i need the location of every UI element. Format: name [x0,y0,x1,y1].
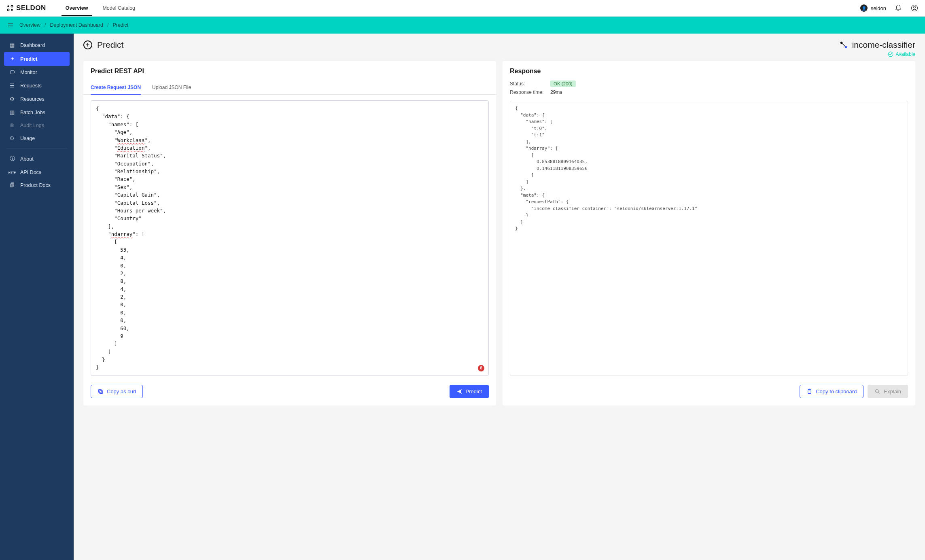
notifications-icon[interactable] [894,4,902,12]
user-name: seldon [871,5,886,11]
predict-panel-tabs: Create Request JSON Upload JSON File [83,81,496,95]
user-avatar-icon: 👤 [860,4,868,12]
sidebar-item-product-docs[interactable]: 🗐 Product Docs [4,179,70,192]
breadcrumb-deployment-dashboard[interactable]: Deployment Dashboard [50,22,103,28]
response-time-value: 29ms [550,89,562,95]
sidebar-item-dashboard[interactable]: ▦ Dashboard [4,38,70,52]
predict-panel-title: Predict REST API [91,68,489,75]
model-name: income-classifier [839,40,915,50]
check-circle-icon [888,51,893,57]
svg-rect-14 [99,389,102,392]
page-plus-icon: + [83,40,92,49]
gear-icon: ⚙ [9,96,15,102]
sidebar-item-about[interactable]: ⓘ About [4,152,70,166]
doc-icon: 🗎 [9,123,15,128]
tab-overview[interactable]: Overview [66,0,88,16]
breadcrumb-overview[interactable]: Overview [19,22,40,28]
monitor-icon: 🖵 [9,70,15,75]
sidebar-item-requests[interactable]: ☰ Requests [4,79,70,92]
sidebar-item-predict[interactable]: ＋ Predict [4,52,70,66]
top-nav: Overview Model Catalog [66,0,135,16]
main-content: + Predict income-classifier Available Pr… [74,34,925,560]
tab-upload-json-file[interactable]: Upload JSON File [152,81,191,94]
sidebar-item-usage[interactable]: ⏲ Usage [4,132,70,145]
svg-rect-13 [100,390,103,394]
info-icon: ⓘ [9,155,15,162]
hamburger-icon[interactable] [6,21,15,29]
clipboard-icon [806,388,813,395]
copy-to-clipboard-button[interactable]: Copy to clipboard [800,385,863,398]
predict-panel: Predict REST API Create Request JSON Upl… [83,61,496,405]
tab-create-request-json[interactable]: Create Request JSON [91,81,141,94]
doc2-icon: 🗐 [9,182,15,188]
account-icon[interactable] [910,4,919,12]
request-json-editor[interactable]: { "data": { "names": [ "Age", "Workclass… [91,100,489,376]
page-header: + Predict income-classifier Available [74,34,925,61]
topbar: SELDON Overview Model Catalog 👤 seldon [0,0,925,17]
copy-icon [98,388,104,395]
predict-button[interactable]: Predict [450,385,489,398]
svg-point-0 [7,5,9,7]
list-icon: ☰ [9,83,15,89]
plus-icon: ＋ [9,55,15,62]
user-menu[interactable]: 👤 seldon [860,4,886,12]
search-icon [874,388,880,395]
model-icon [839,40,848,49]
response-panel-title: Response [510,68,908,75]
breadcrumb-bar: Overview / Deployment Dashboard / Predic… [0,17,925,34]
seldon-logo-icon [6,4,14,12]
sidebar: ▦ Dashboard ＋ Predict 🖵 Monitor ☰ Reques… [0,34,74,560]
sidebar-item-monitor[interactable]: 🖵 Monitor [4,66,70,79]
page-title: Predict [97,40,123,50]
sidebar-item-api-docs[interactable]: HTTP API Docs [4,166,70,179]
svg-line-18 [878,392,880,393]
response-time-label: Response time: [510,89,546,95]
breadcrumb: Overview / Deployment Dashboard / Predic… [19,22,128,28]
tab-model-catalog[interactable]: Model Catalog [102,0,135,16]
gauge-icon: ⏲ [9,136,15,141]
grid-icon: ▦ [9,42,15,48]
copy-as-curl-button[interactable]: Copy as curl [91,385,143,398]
response-json-viewer[interactable]: { "data": { "names": [ "t:0", "t:1" ], "… [510,101,908,376]
send-icon [456,388,462,395]
availability-status: Available [839,51,915,57]
sidebar-item-batch-jobs[interactable]: ▥ Batch Jobs [4,106,70,119]
status-badge: OK (200) [550,81,576,87]
svg-point-3 [11,9,13,11]
brand-logo: SELDON [6,4,46,12]
brand-text: SELDON [16,4,46,12]
explain-button: Explain [868,385,908,398]
status-label: Status: [510,81,546,87]
response-panel: Response Status: OK (200) Response time:… [503,61,915,405]
svg-point-1 [11,5,13,7]
error-count-badge[interactable]: 6 [478,365,484,371]
svg-point-5 [914,6,916,8]
http-icon: HTTP [9,171,15,174]
breadcrumb-predict[interactable]: Predict [112,22,128,28]
svg-point-17 [876,389,879,392]
sidebar-item-audit-logs[interactable]: 🗎 Audit Logs [4,119,70,132]
bars-icon: ▥ [9,109,15,115]
svg-line-11 [842,43,845,46]
sidebar-item-resources[interactable]: ⚙ Resources [4,92,70,106]
svg-point-2 [7,9,9,11]
